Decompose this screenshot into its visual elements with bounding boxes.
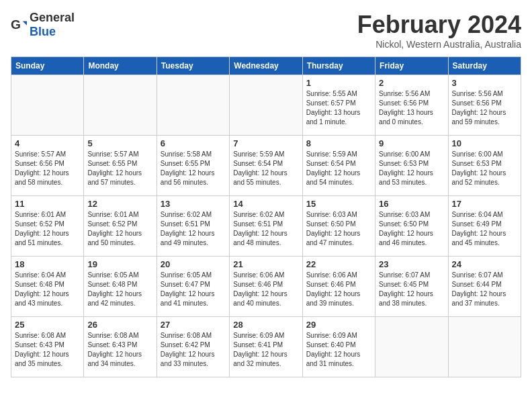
- header-day-wednesday: Wednesday: [230, 57, 302, 75]
- day-number: 23: [379, 259, 444, 269]
- week-row-3: 11Sunrise: 6:01 AMSunset: 6:52 PMDayligh…: [11, 196, 521, 257]
- day-number: 29: [306, 320, 371, 330]
- header: G General Blue February 2024 Nickol, Wes…: [11, 11, 521, 50]
- header-day-tuesday: Tuesday: [157, 57, 229, 75]
- calendar-cell: 25Sunrise: 6:08 AMSunset: 6:43 PMDayligh…: [11, 317, 84, 377]
- day-number: 8: [306, 138, 371, 148]
- day-number: 6: [161, 138, 226, 148]
- logo-general-text: General: [30, 11, 75, 24]
- calendar-cell: 8Sunrise: 5:59 AMSunset: 6:54 PMDaylight…: [302, 136, 375, 196]
- day-number: 4: [15, 138, 80, 148]
- day-info: Sunrise: 6:08 AMSunset: 6:43 PMDaylight:…: [87, 331, 152, 369]
- day-number: 11: [15, 199, 80, 209]
- logo-icon: G: [11, 17, 27, 33]
- day-number: 9: [379, 138, 444, 148]
- calendar-cell: 22Sunrise: 6:06 AMSunset: 6:46 PMDayligh…: [302, 257, 375, 317]
- calendar-cell: [230, 75, 302, 136]
- day-number: 28: [233, 320, 298, 330]
- day-info: Sunrise: 6:00 AMSunset: 6:53 PMDaylight:…: [452, 150, 517, 187]
- calendar-cell: 29Sunrise: 6:09 AMSunset: 6:40 PMDayligh…: [302, 317, 375, 377]
- calendar-cell: 16Sunrise: 6:03 AMSunset: 6:50 PMDayligh…: [375, 196, 448, 257]
- day-number: 16: [379, 199, 444, 209]
- week-row-4: 18Sunrise: 6:04 AMSunset: 6:48 PMDayligh…: [11, 257, 521, 317]
- calendar-cell: 17Sunrise: 6:04 AMSunset: 6:49 PMDayligh…: [448, 196, 521, 257]
- calendar-cell: 24Sunrise: 6:07 AMSunset: 6:44 PMDayligh…: [448, 257, 521, 317]
- day-number: 18: [15, 259, 80, 269]
- day-info: Sunrise: 6:09 AMSunset: 6:40 PMDaylight:…: [306, 331, 371, 369]
- day-info: Sunrise: 6:08 AMSunset: 6:43 PMDaylight:…: [15, 331, 80, 369]
- day-info: Sunrise: 6:05 AMSunset: 6:47 PMDaylight:…: [161, 271, 226, 308]
- day-info: Sunrise: 6:08 AMSunset: 6:42 PMDaylight:…: [161, 331, 226, 369]
- day-info: Sunrise: 6:02 AMSunset: 6:51 PMDaylight:…: [233, 210, 298, 248]
- day-info: Sunrise: 5:58 AMSunset: 6:55 PMDaylight:…: [161, 150, 226, 187]
- calendar-cell: 15Sunrise: 6:03 AMSunset: 6:50 PMDayligh…: [302, 196, 375, 257]
- day-info: Sunrise: 6:00 AMSunset: 6:53 PMDaylight:…: [379, 150, 444, 187]
- day-number: 2: [379, 78, 444, 88]
- day-info: Sunrise: 6:03 AMSunset: 6:50 PMDaylight:…: [306, 210, 371, 248]
- day-info: Sunrise: 6:01 AMSunset: 6:52 PMDaylight:…: [15, 210, 80, 248]
- calendar-cell: 23Sunrise: 6:07 AMSunset: 6:45 PMDayligh…: [375, 257, 448, 317]
- day-info: Sunrise: 6:07 AMSunset: 6:45 PMDaylight:…: [379, 271, 444, 308]
- logo-blue-text: Blue: [30, 25, 56, 38]
- day-info: Sunrise: 6:05 AMSunset: 6:48 PMDaylight:…: [87, 271, 152, 308]
- calendar-cell: 11Sunrise: 6:01 AMSunset: 6:52 PMDayligh…: [11, 196, 84, 257]
- day-info: Sunrise: 6:06 AMSunset: 6:46 PMDaylight:…: [306, 271, 371, 308]
- day-info: Sunrise: 6:01 AMSunset: 6:52 PMDaylight:…: [87, 210, 152, 248]
- calendar-cell: 20Sunrise: 6:05 AMSunset: 6:47 PMDayligh…: [157, 257, 229, 317]
- header-day-friday: Friday: [375, 57, 448, 75]
- calendar-cell: [84, 75, 157, 136]
- calendar-cell: 7Sunrise: 5:59 AMSunset: 6:54 PMDaylight…: [230, 136, 302, 196]
- calendar-cell: [157, 75, 229, 136]
- svg-marker-1: [23, 21, 27, 25]
- calendar-cell: 26Sunrise: 6:08 AMSunset: 6:43 PMDayligh…: [84, 317, 157, 377]
- day-number: 25: [15, 320, 80, 330]
- calendar-cell: 27Sunrise: 6:08 AMSunset: 6:42 PMDayligh…: [157, 317, 229, 377]
- day-number: 27: [161, 320, 226, 330]
- calendar-cell: [375, 317, 448, 377]
- calendar-cell: 14Sunrise: 6:02 AMSunset: 6:51 PMDayligh…: [230, 196, 302, 257]
- calendar-cell: 2Sunrise: 5:56 AMSunset: 6:56 PMDaylight…: [375, 75, 448, 136]
- day-info: Sunrise: 5:59 AMSunset: 6:54 PMDaylight:…: [306, 150, 371, 187]
- day-info: Sunrise: 6:06 AMSunset: 6:46 PMDaylight:…: [233, 271, 298, 308]
- day-info: Sunrise: 6:09 AMSunset: 6:41 PMDaylight:…: [233, 331, 298, 369]
- day-number: 10: [452, 138, 517, 148]
- day-number: 13: [161, 199, 226, 209]
- calendar-header-row: SundayMondayTuesdayWednesdayThursdayFrid…: [11, 57, 521, 75]
- day-info: Sunrise: 5:59 AMSunset: 6:54 PMDaylight:…: [233, 150, 298, 187]
- calendar-cell: [448, 317, 521, 377]
- day-info: Sunrise: 6:04 AMSunset: 6:48 PMDaylight:…: [15, 271, 80, 308]
- svg-text:G: G: [11, 17, 21, 32]
- day-number: 7: [233, 138, 298, 148]
- day-number: 3: [452, 78, 517, 88]
- calendar-cell: 4Sunrise: 5:57 AMSunset: 6:56 PMDaylight…: [11, 136, 84, 196]
- calendar-title: February 2024: [357, 11, 521, 39]
- calendar-cell: 10Sunrise: 6:00 AMSunset: 6:53 PMDayligh…: [448, 136, 521, 196]
- calendar-cell: 5Sunrise: 5:57 AMSunset: 6:55 PMDaylight…: [84, 136, 157, 196]
- week-row-1: 1Sunrise: 5:55 AMSunset: 6:57 PMDaylight…: [11, 75, 521, 136]
- calendar-cell: 9Sunrise: 6:00 AMSunset: 6:53 PMDaylight…: [375, 136, 448, 196]
- day-number: 20: [161, 259, 226, 269]
- calendar-cell: 28Sunrise: 6:09 AMSunset: 6:41 PMDayligh…: [230, 317, 302, 377]
- header-day-sunday: Sunday: [11, 57, 84, 75]
- day-info: Sunrise: 6:04 AMSunset: 6:49 PMDaylight:…: [452, 210, 517, 248]
- day-number: 15: [306, 199, 371, 209]
- day-info: Sunrise: 5:56 AMSunset: 6:56 PMDaylight:…: [452, 89, 517, 127]
- calendar-cell: 21Sunrise: 6:06 AMSunset: 6:46 PMDayligh…: [230, 257, 302, 317]
- calendar-cell: 1Sunrise: 5:55 AMSunset: 6:57 PMDaylight…: [302, 75, 375, 136]
- day-number: 5: [87, 138, 152, 148]
- day-info: Sunrise: 5:57 AMSunset: 6:56 PMDaylight:…: [15, 150, 80, 187]
- day-number: 21: [233, 259, 298, 269]
- day-number: 12: [87, 199, 152, 209]
- calendar-cell: 6Sunrise: 5:58 AMSunset: 6:55 PMDaylight…: [157, 136, 229, 196]
- day-number: 19: [87, 259, 152, 269]
- day-number: 22: [306, 259, 371, 269]
- week-row-2: 4Sunrise: 5:57 AMSunset: 6:56 PMDaylight…: [11, 136, 521, 196]
- day-number: 24: [452, 259, 517, 269]
- header-day-thursday: Thursday: [302, 57, 375, 75]
- day-number: 14: [233, 199, 298, 209]
- header-day-monday: Monday: [84, 57, 157, 75]
- day-info: Sunrise: 6:03 AMSunset: 6:50 PMDaylight:…: [379, 210, 444, 248]
- day-number: 26: [87, 320, 152, 330]
- calendar-cell: 19Sunrise: 6:05 AMSunset: 6:48 PMDayligh…: [84, 257, 157, 317]
- calendar-cell: [11, 75, 84, 136]
